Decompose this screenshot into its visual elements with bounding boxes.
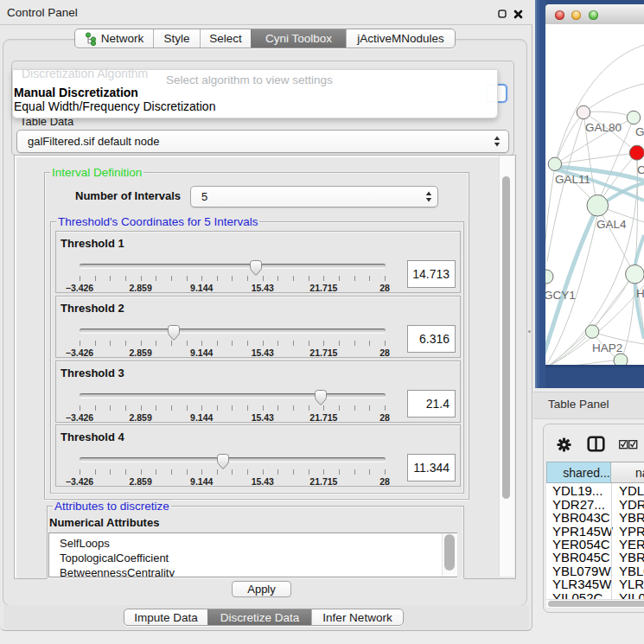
svg-text:C: C bbox=[637, 163, 644, 176]
svg-text:GA: GA bbox=[635, 125, 644, 138]
svg-text:GCY1: GCY1 bbox=[545, 289, 576, 302]
svg-text:H: H bbox=[636, 287, 644, 300]
svg-text:GAL80: GAL80 bbox=[585, 121, 622, 134]
svg-text:GAL11: GAL11 bbox=[555, 173, 590, 186]
svg-text:HAP2: HAP2 bbox=[592, 341, 622, 354]
svg-text:GAL4: GAL4 bbox=[596, 218, 627, 231]
